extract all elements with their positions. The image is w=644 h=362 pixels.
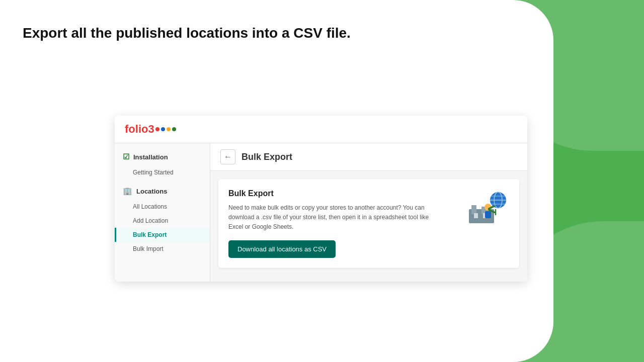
sidebar-item-add-location[interactable]: Add Location [115, 214, 210, 228]
sidebar-section-installation: ☑ Installation Getting Started [115, 148, 210, 179]
svg-rect-8 [474, 213, 478, 218]
instruction-text: Export all the published locations into … [23, 25, 351, 41]
dot-green [172, 127, 176, 131]
sidebar-item-bulk-export[interactable]: Bulk Export [115, 228, 210, 242]
sidebar-locations-header[interactable]: 🏢 Locations [115, 183, 210, 200]
sidebar-locations-label: Locations [136, 188, 167, 195]
back-button[interactable]: ← [220, 149, 235, 164]
logo: folio3 [125, 123, 517, 136]
illustration-svg [464, 189, 509, 229]
top-bar: folio3 [115, 116, 527, 143]
sidebar-item-getting-started[interactable]: Getting Started [115, 165, 210, 179]
logo-text: folio3 [125, 123, 154, 136]
main-content: ☑ Installation Getting Started 🏢 Locatio… [115, 143, 527, 282]
sidebar-installation-header[interactable]: ☑ Installation [115, 148, 210, 165]
download-csv-button[interactable]: Download all locations as CSV [228, 240, 336, 258]
svg-point-10 [485, 204, 492, 211]
app-window: folio3 ☑ Installation Getting Started [115, 116, 527, 282]
bulk-export-illustration [464, 189, 509, 229]
dot-blue [161, 127, 165, 131]
sidebar-section-locations: 🏢 Locations All Locations Add Location B… [115, 183, 210, 256]
svg-rect-11 [485, 211, 491, 218]
content-area: ← Bulk Export Bulk Export Need to make b… [210, 143, 527, 282]
sidebar-item-bulk-import[interactable]: Bulk Import [115, 242, 210, 256]
card-title: Bulk Export [228, 189, 454, 198]
page-header: ← Bulk Export [210, 143, 527, 171]
logo-dots [155, 127, 176, 131]
dot-yellow [167, 127, 171, 131]
page-title: Bulk Export [242, 152, 292, 162]
sidebar-installation-label: Installation [133, 153, 168, 161]
bulk-export-card: Bulk Export Need to make bulk edits or c… [218, 179, 519, 268]
sidebar-item-all-locations[interactable]: All Locations [115, 200, 210, 214]
dot-red [155, 127, 159, 131]
card-description: Need to make bulk edits or copy your sto… [228, 203, 430, 232]
sidebar: ☑ Installation Getting Started 🏢 Locatio… [115, 143, 210, 282]
svg-rect-6 [471, 205, 476, 214]
checkbox-icon: ☑ [123, 152, 129, 161]
card-text-section: Bulk Export Need to make bulk edits or c… [228, 189, 454, 258]
building-icon: 🏢 [123, 187, 132, 196]
